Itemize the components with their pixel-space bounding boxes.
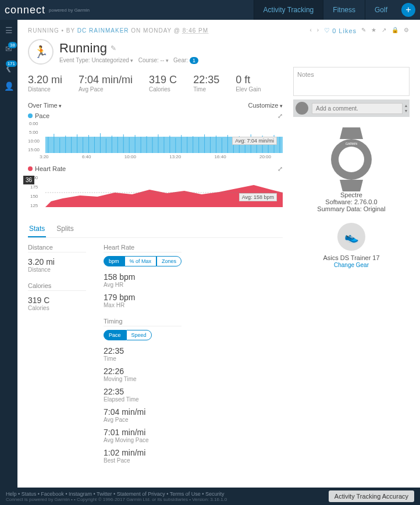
- add-button[interactable]: +: [401, 3, 415, 17]
- summary-row: 3.20 miDistance 7:04 min/miAvg Pace 319 …: [28, 74, 283, 93]
- inbox-icon[interactable]: ✉38: [5, 44, 12, 54]
- expand-pace-icon[interactable]: ⤢: [277, 112, 283, 120]
- svg-text:150: 150: [30, 194, 38, 199]
- tab-golf[interactable]: Golf: [365, 0, 397, 20]
- activity-subtitle: Event Type: Uncategorized Course: -- Gea…: [59, 57, 198, 63]
- hr-dot-icon: [28, 166, 33, 171]
- content: RUNNING • BY DC RAINMAKER ON MONDAY @ 8:…: [17, 20, 420, 488]
- notes-input[interactable]: Notes: [293, 67, 410, 96]
- footer-link[interactable]: Statement of Privacy: [117, 491, 165, 497]
- gear-block: 👟 Asics DS Trainer 17 Change Gear: [293, 223, 410, 268]
- notifications-icon[interactable]: ❮171: [5, 63, 12, 72]
- course-dropdown[interactable]: --: [161, 57, 169, 63]
- edit-icon[interactable]: ✎: [361, 27, 366, 34]
- breadcrumb-sport[interactable]: RUNNING: [28, 27, 59, 34]
- footer-link[interactable]: Facebook: [41, 491, 64, 497]
- change-gear-link[interactable]: Change Gear: [334, 262, 369, 268]
- customize-dropdown[interactable]: Customize: [248, 102, 283, 109]
- svg-text:175: 175: [30, 184, 38, 190]
- pill-bpm[interactable]: bpm: [104, 256, 124, 266]
- svg-text:10:00: 10:00: [28, 138, 40, 144]
- comment-down-icon[interactable]: ▾: [405, 108, 407, 113]
- pill-pctmax[interactable]: % of Max: [124, 256, 157, 266]
- breadcrumb: RUNNING • BY DC RAINMAKER ON MONDAY @ 8:…: [28, 27, 410, 34]
- footer-links: Help • Status • Facebook • Instagram • T…: [6, 491, 227, 497]
- topbar: connect powered by Garmin Activity Track…: [0, 0, 420, 20]
- activity-tracking-accuracy-button[interactable]: Activity Tracking Accuracy: [329, 490, 414, 502]
- pill-zones[interactable]: Zones: [156, 256, 181, 266]
- logo: connect: [5, 4, 45, 16]
- hr-chart: Heart Rate ⤢ 36 200 175 150 125 Avg: 158…: [28, 165, 283, 213]
- svg-text:15:00: 15:00: [28, 147, 40, 152]
- pace-chart: Pace ⤢ 0:00 5:00 10:00 15:00 Avg: 7:04 m…: [28, 112, 283, 159]
- menu-icon[interactable]: ☰: [5, 26, 13, 35]
- hr-current-badge: 36: [23, 176, 34, 184]
- footer-link[interactable]: Terms of Use: [170, 491, 201, 497]
- favorite-icon[interactable]: ★: [371, 27, 377, 34]
- footer-link[interactable]: Help: [6, 491, 17, 497]
- pill-pace[interactable]: Pace: [104, 330, 126, 340]
- svg-text:5:00: 5:00: [29, 130, 38, 135]
- device-name: Spectre: [293, 191, 410, 198]
- comment-up-icon[interactable]: ▴: [405, 103, 407, 108]
- page-title: Running✎: [59, 41, 198, 56]
- pace-dot-icon: [28, 113, 33, 118]
- hr-pill-group: bpm % of Max Zones: [104, 256, 181, 266]
- device-block: GARMIN Spectre Software: 2.76.0.0 Summar…: [293, 127, 410, 212]
- running-icon: 🏃: [28, 39, 54, 65]
- author-link[interactable]: DC RAINMAKER: [77, 27, 129, 34]
- footer: Help • Status • Facebook • Instagram • T…: [0, 488, 420, 505]
- tab-activity-tracking[interactable]: Activity Tracking: [254, 0, 323, 20]
- shoe-icon: 👟: [337, 223, 365, 251]
- lock-icon[interactable]: 🔒: [391, 27, 399, 34]
- avatar: [296, 102, 308, 115]
- stats-tabs: Stats Splits: [28, 221, 283, 238]
- prev-icon[interactable]: ‹: [309, 27, 312, 34]
- gear-count-badge[interactable]: 1: [190, 57, 198, 64]
- comment-row: Add a comment. ▴▾: [293, 99, 410, 117]
- next-icon[interactable]: ›: [317, 27, 319, 34]
- device-summary: Summary Data: Original: [293, 205, 410, 212]
- svg-text:0:00: 0:00: [29, 121, 38, 126]
- timing-pill-group: Pace Speed: [104, 330, 181, 340]
- svg-text:GARMIN: GARMIN: [346, 142, 357, 145]
- hr-avg-label: Avg: 158 bpm: [239, 193, 277, 201]
- profile-icon[interactable]: 👤: [4, 81, 14, 91]
- footer-link[interactable]: Instagram: [69, 491, 92, 497]
- logo-subtitle: powered by Garmin: [49, 8, 90, 13]
- expand-hr-icon[interactable]: ⤢: [277, 165, 283, 173]
- sidebar: ☰ ✉38 ❮171 👤: [0, 20, 17, 488]
- device-software: Software: 2.76.0.0: [293, 198, 410, 205]
- pill-speed[interactable]: Speed: [126, 330, 152, 340]
- tab-stats[interactable]: Stats: [28, 221, 46, 237]
- share-icon[interactable]: ↗: [382, 27, 387, 34]
- edit-title-icon[interactable]: ✎: [111, 44, 116, 52]
- activity-time[interactable]: 8:46 PM: [183, 27, 208, 34]
- event-type-dropdown[interactable]: Uncategorized: [91, 57, 133, 63]
- tab-splits[interactable]: Splits: [55, 221, 74, 237]
- comment-input[interactable]: Add a comment.: [312, 103, 403, 114]
- likes-button[interactable]: ♡ 0 Likes: [324, 27, 357, 34]
- footer-copyright: Connect is powered by Garmin • • Copyrig…: [6, 497, 227, 502]
- footer-link[interactable]: Status: [22, 491, 37, 497]
- tab-fitness[interactable]: Fitness: [323, 0, 365, 20]
- svg-point-52: [339, 147, 364, 172]
- overtime-dropdown[interactable]: Over Time: [28, 102, 62, 109]
- svg-text:125: 125: [30, 203, 38, 208]
- pace-avg-label: Avg: 7:04 min/mi: [232, 137, 277, 145]
- gear-name: Asics DS Trainer 17: [293, 254, 410, 261]
- footer-link[interactable]: Security: [205, 491, 225, 497]
- footer-link[interactable]: Twitter: [97, 491, 112, 497]
- gear-icon[interactable]: ⚙: [404, 27, 410, 34]
- activity-header: 🏃 Running✎ Event Type: Uncategorized Cou…: [28, 39, 410, 65]
